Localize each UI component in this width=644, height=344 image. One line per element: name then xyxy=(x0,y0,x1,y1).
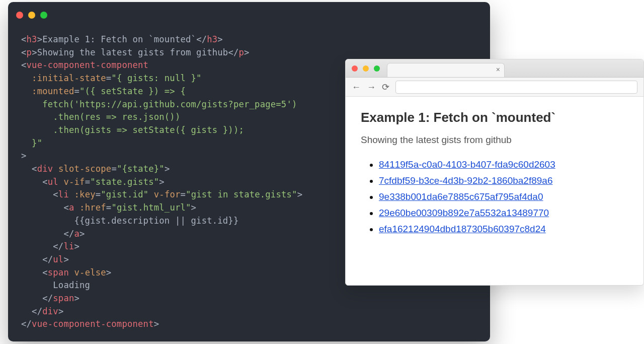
code-token: Loading xyxy=(21,280,90,290)
code-token xyxy=(21,216,74,226)
code-token xyxy=(21,306,32,316)
minimize-icon[interactable] xyxy=(363,65,369,72)
code-token xyxy=(53,164,58,174)
code-token: > xyxy=(165,164,170,174)
code-token: > xyxy=(217,34,223,44)
code-token xyxy=(21,241,53,251)
code-token: > xyxy=(297,189,303,199)
code-token: < xyxy=(53,189,58,199)
code-token: > xyxy=(32,47,37,57)
code-token: > xyxy=(37,34,43,44)
browser-tab-bar: × xyxy=(346,59,643,78)
code-token: }" xyxy=(21,138,42,148)
code-token: > xyxy=(74,241,80,251)
code-token xyxy=(69,267,74,278)
code-token: </ xyxy=(228,47,238,57)
gist-list: 84119f5a-c0a0-4103-b407-fda9c60d26037cfd… xyxy=(361,157,628,237)
close-icon[interactable] xyxy=(352,65,358,72)
code-token: = xyxy=(106,202,112,213)
gist-link[interactable]: 7cfdbf59-b3ce-4d3b-92b2-1860ba2f89a6 xyxy=(379,175,552,186)
code-token: h3 xyxy=(27,34,37,44)
code-token: :mounted xyxy=(32,86,74,96)
code-token: .then(res => res.json()) xyxy=(21,112,180,122)
code-token: > xyxy=(244,47,250,57)
code-token xyxy=(69,189,74,199)
list-item: efa162124904dbd187305b60397c8d24 xyxy=(379,221,628,237)
code-token: < xyxy=(21,47,27,57)
browser-tab[interactable]: × xyxy=(387,63,505,77)
code-token xyxy=(21,229,63,239)
browser-window: × ← → ⟳ Example 1: Fetch on `mounted` Sh… xyxy=(345,59,644,286)
list-item: 9e338b001da6e7885c675af795af4da0 xyxy=(379,189,628,205)
code-token: "{ gists: null }" xyxy=(111,73,201,83)
code-token xyxy=(74,202,80,213)
code-token xyxy=(21,164,32,174)
code-token: = xyxy=(85,177,91,187)
code-token: > xyxy=(159,177,165,187)
code-token: </ xyxy=(63,229,74,239)
code-token: = xyxy=(111,164,117,174)
code-token: </ xyxy=(42,254,53,264)
code-token: > xyxy=(21,151,27,161)
code-token: {{gist.description || gist.id}} xyxy=(74,216,238,226)
gist-link[interactable]: 84119f5a-c0a0-4103-b407-fda9c60d2603 xyxy=(379,159,555,170)
maximize-icon[interactable] xyxy=(374,65,380,72)
code-token: < xyxy=(42,177,48,187)
code-token: = xyxy=(106,73,112,83)
gist-link[interactable]: efa162124904dbd187305b60397c8d24 xyxy=(379,224,546,234)
url-input[interactable] xyxy=(395,81,637,94)
code-token: < xyxy=(63,202,69,213)
code-token: </ xyxy=(21,319,32,329)
code-token: > xyxy=(79,229,85,239)
code-token: vue-component-component xyxy=(27,60,149,70)
code-token: div xyxy=(42,306,58,316)
code-token: p xyxy=(27,47,32,57)
code-token: li xyxy=(63,241,74,251)
maximize-icon[interactable] xyxy=(40,12,47,19)
list-item: 7cfdbf59-b3ce-4d3b-92b2-1860ba2f89a6 xyxy=(379,173,628,189)
page-subtitle: Showing the latest gists from github xyxy=(361,134,628,146)
code-token: > xyxy=(106,267,112,278)
code-token xyxy=(21,86,32,96)
code-token: :key xyxy=(74,189,96,199)
editor-traffic-lights xyxy=(8,2,490,21)
code-token: a xyxy=(69,202,74,213)
code-token xyxy=(21,73,32,83)
back-icon[interactable]: ← xyxy=(352,83,361,92)
code-token: = xyxy=(96,189,101,199)
code-token: "gist.html_url" xyxy=(111,202,191,213)
code-token xyxy=(21,293,42,303)
code-token: Showing the latest gists from github xyxy=(37,47,228,57)
browser-toolbar: ← → ⟳ xyxy=(346,78,643,97)
forward-icon[interactable]: → xyxy=(367,83,376,92)
code-token: slot-scope xyxy=(58,164,111,174)
tab-close-icon[interactable]: × xyxy=(496,66,500,73)
code-token: "gist in state.gists" xyxy=(186,189,297,199)
code-token: </ xyxy=(196,34,207,44)
code-token xyxy=(21,189,53,199)
code-token: v-else xyxy=(74,267,106,278)
gist-link[interactable]: 9e338b001da6e7885c675af795af4da0 xyxy=(379,191,543,202)
code-token: > xyxy=(191,202,197,213)
code-token xyxy=(148,189,154,199)
code-token: div xyxy=(37,164,53,174)
code-token: span xyxy=(48,267,69,278)
reload-icon[interactable]: ⟳ xyxy=(382,83,389,92)
minimize-icon[interactable] xyxy=(28,12,35,19)
code-token: "{state}" xyxy=(117,164,165,174)
page-content: Example 1: Fetch on `mounted` Showing th… xyxy=(346,97,643,252)
code-token: :href xyxy=(79,202,106,213)
code-token: </ xyxy=(32,306,42,316)
code-token: .then(gists => setState({ gists })); xyxy=(21,125,244,135)
code-token: > xyxy=(74,293,80,303)
code-token: = xyxy=(74,86,80,96)
code-token: vue-component-component xyxy=(32,319,154,329)
code-token: a xyxy=(74,229,80,239)
code-token: < xyxy=(32,164,37,174)
close-icon[interactable] xyxy=(16,12,23,19)
code-token: :initial-state xyxy=(32,73,106,83)
code-token: h3 xyxy=(207,34,217,44)
page-heading: Example 1: Fetch on `mounted` xyxy=(361,110,628,125)
gist-link[interactable]: 29e60be00309b892e7a5532a13489770 xyxy=(379,208,549,218)
code-token: > xyxy=(58,306,64,316)
